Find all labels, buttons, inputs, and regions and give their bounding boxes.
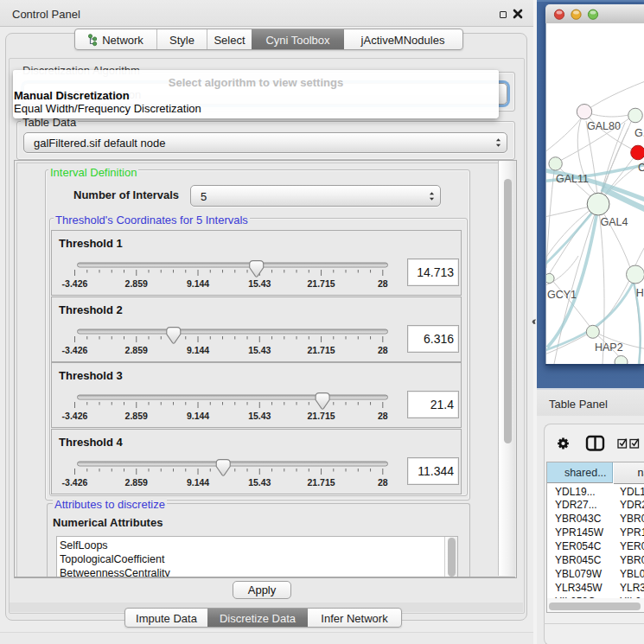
svg-text:2.859: 2.859 (125, 476, 148, 487)
svg-text:H: H (636, 287, 644, 299)
svg-text:-3.426: -3.426 (62, 476, 88, 487)
svg-text:28: 28 (378, 411, 388, 421)
svg-text:28: 28 (378, 476, 388, 487)
svg-text:2.859: 2.859 (125, 411, 148, 421)
svg-text:GCY1: GCY1 (547, 289, 577, 301)
svg-text:9.144: 9.144 (187, 411, 209, 421)
svg-text:-3.426: -3.426 (62, 278, 88, 289)
svg-text:21.715: 21.715 (307, 278, 335, 289)
svg-text:2.859: 2.859 (125, 344, 148, 354)
svg-text:21.715: 21.715 (307, 476, 335, 487)
svg-text:15.43: 15.43 (248, 411, 271, 421)
svg-text:21.715: 21.715 (307, 344, 335, 354)
svg-text:15.43: 15.43 (248, 278, 271, 289)
svg-text:G.: G. (634, 127, 644, 139)
svg-text:-3.426: -3.426 (62, 344, 88, 354)
svg-text:15.43: 15.43 (248, 476, 271, 487)
svg-text:C: C (638, 162, 644, 174)
svg-text:21.715: 21.715 (307, 411, 335, 421)
svg-text:GAL80: GAL80 (587, 120, 621, 132)
svg-text:9.144: 9.144 (187, 476, 209, 487)
svg-text:28: 28 (378, 278, 388, 289)
svg-text:28: 28 (378, 344, 388, 354)
svg-text:15.43: 15.43 (248, 344, 271, 354)
svg-text:GAL11: GAL11 (556, 173, 589, 185)
svg-text:HAP2: HAP2 (595, 341, 623, 354)
svg-text:2.859: 2.859 (125, 278, 148, 289)
svg-text:GAL4: GAL4 (601, 216, 628, 228)
svg-text:9.144: 9.144 (187, 344, 209, 354)
svg-text:9.144: 9.144 (187, 278, 209, 289)
svg-text:-3.426: -3.426 (62, 411, 88, 421)
